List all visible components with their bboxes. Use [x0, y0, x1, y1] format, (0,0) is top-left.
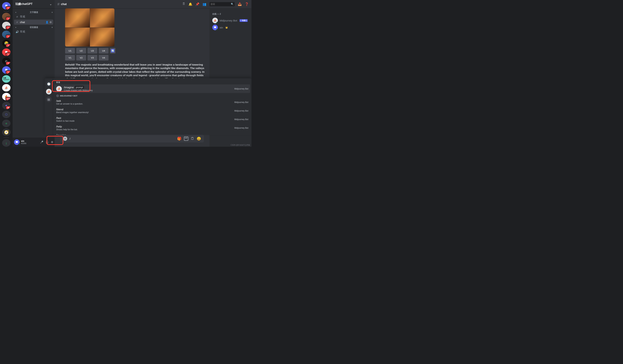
- badge: 1: [6, 35, 10, 38]
- member-item[interactable]: ⛵ Midjourney Bot ✓ 机器人: [211, 17, 250, 24]
- app-avatar: ⛵: [56, 86, 62, 92]
- attach-button[interactable]: ＋: [63, 137, 67, 141]
- variation-row: V1 V2 V3 V4: [65, 55, 207, 61]
- server-item[interactable]: ◎2: [2, 57, 10, 65]
- u2-button[interactable]: U2: [76, 48, 86, 54]
- ac-command: /imagine: [64, 86, 74, 89]
- v4-button[interactable]: V4: [99, 55, 109, 61]
- badge: 1: [6, 26, 10, 29]
- invite-icon[interactable]: 👤: [45, 21, 48, 24]
- ac-desc: Switch to fast mode: [56, 120, 232, 122]
- status-dot: [217, 29, 218, 31]
- ac-source: Midjourney Bot: [234, 110, 248, 112]
- category-voice[interactable]: 语音频道＋: [13, 25, 55, 29]
- badge: 1: [6, 17, 10, 20]
- server-item[interactable]: 1: [2, 48, 10, 56]
- search-input[interactable]: [211, 3, 231, 5]
- ac-builtins-icon[interactable]: ▤: [46, 97, 52, 102]
- v2-button[interactable]: V2: [76, 55, 86, 61]
- user-info[interactable]: xin #2255: [21, 140, 39, 144]
- badge: 1: [6, 70, 10, 74]
- gear-icon[interactable]: ⚙: [49, 21, 52, 24]
- badge: 2: [6, 61, 10, 65]
- channel-item-chat[interactable]: #chat👤⚙: [14, 20, 53, 25]
- ac-item[interactable]: /fastSwitch to fast modeMidjourney Bot: [54, 115, 250, 124]
- add-channel-icon[interactable]: ＋: [51, 26, 53, 29]
- dm-button[interactable]: 1: [2, 2, 10, 10]
- server-item[interactable]: 🔥177: [2, 93, 10, 100]
- gift-icon[interactable]: 🎁: [177, 137, 181, 141]
- ac-item[interactable]: /helpShows help for the bot.Midjourney B…: [54, 124, 250, 132]
- hash-icon: #: [15, 21, 19, 24]
- ac-command: /fast: [56, 117, 61, 120]
- ac-item[interactable]: /askGet an answer to a question.Midjourn…: [54, 98, 250, 106]
- server-item[interactable]: ⛵: [2, 84, 10, 92]
- ac-command: /help: [56, 125, 62, 128]
- search-box[interactable]: 🔍: [209, 2, 235, 6]
- badge: 1: [6, 43, 10, 47]
- server-item[interactable]: 1: [2, 31, 10, 38]
- inbox-icon[interactable]: 📥: [238, 2, 242, 6]
- server-item[interactable]: 1: [2, 66, 10, 74]
- add-channel-icon[interactable]: ＋: [51, 11, 53, 14]
- message-input[interactable]: [70, 137, 175, 140]
- u1-button[interactable]: U1: [65, 48, 75, 54]
- server-item[interactable]: 1: [2, 22, 10, 29]
- ac-recent-icon[interactable]: 🕐: [46, 81, 52, 87]
- server-name: 玩赚chatGPT: [15, 2, 33, 6]
- server-item[interactable]: ⬡: [2, 111, 10, 118]
- u4-button[interactable]: U4: [99, 48, 109, 54]
- server-item[interactable]: 1: [2, 13, 10, 20]
- ac-item-imagine-frequent[interactable]: ⛵ /imagineprompt Create images with Midj…: [54, 84, 250, 93]
- command-autocomplete: 🕐 ⛵ ▤ 常用 ⛵ /imagineprompt Create images …: [45, 78, 251, 135]
- midjourney-image-grid[interactable]: [65, 8, 114, 46]
- gif-icon[interactable]: GIF: [184, 137, 188, 141]
- avatar: [212, 25, 218, 30]
- u3-button[interactable]: U3: [88, 48, 97, 54]
- category-text[interactable]: 文字频道＋: [13, 10, 55, 14]
- emoji-icon[interactable]: 😀: [197, 137, 201, 141]
- explore-button[interactable]: 🧭: [2, 128, 10, 136]
- ac-app-rail: 🕐 ⛵ ▤: [45, 78, 53, 135]
- reroll-button[interactable]: 🔄: [110, 48, 115, 54]
- server-rail: 1 1 1 1 😂1 1 ◎2 1 玩赚chatGPT ⛵ 🔥177 ◆35 ⬡…: [0, 0, 13, 147]
- avatar[interactable]: [14, 139, 20, 145]
- server-header[interactable]: 玩赚chatGPT ⌄: [13, 0, 55, 8]
- badge: 35: [6, 106, 10, 109]
- ac-list: 常用 ⛵ /imagineprompt Create images with M…: [53, 78, 251, 135]
- ac-desc: Shows help for the bot.: [56, 128, 232, 131]
- message-input-bar: ＋ 🎁 GIF 🗒 😀: [60, 135, 204, 142]
- server-item[interactable]: 😂1: [2, 40, 10, 47]
- help-icon[interactable]: ❓: [245, 2, 249, 6]
- server-item[interactable]: ◆35: [2, 102, 10, 109]
- channel-item[interactable]: #常规: [14, 14, 53, 20]
- settings-icon[interactable]: ⚙: [51, 141, 53, 144]
- member-item[interactable]: xin 👑: [211, 24, 250, 31]
- sticker-icon[interactable]: 🗒: [191, 137, 194, 141]
- badge: 177: [5, 97, 10, 100]
- voice-channel-item[interactable]: 🔊常规: [14, 29, 53, 34]
- download-button[interactable]: ↓: [2, 139, 10, 147]
- mute-icon[interactable]: 🎤: [40, 141, 44, 144]
- ac-item[interactable]: /imagineCreate images with MidjourneyMid…: [54, 132, 250, 135]
- ac-item[interactable]: /blendBlend images together seamlessly!M…: [54, 106, 250, 115]
- owner-crown-icon: 👑: [225, 26, 228, 29]
- v3-button[interactable]: V3: [88, 55, 97, 61]
- refresh-icon: 🔄: [111, 49, 114, 52]
- ac-desc: Blend images together seamlessly!: [56, 111, 232, 114]
- pinned-icon[interactable]: 📌: [196, 2, 199, 6]
- user-panel: xin #2255 🎤 🎧 ⚙: [13, 138, 55, 147]
- ac-command: /ask: [56, 99, 61, 102]
- status-dot: [217, 22, 218, 24]
- ac-app-midjourney[interactable]: ⛵: [46, 89, 52, 94]
- server-item[interactable]: 玩赚chatGPT: [2, 75, 10, 83]
- members-icon[interactable]: 👥: [202, 2, 206, 6]
- add-server-button[interactable]: ＋: [2, 120, 10, 127]
- deafen-icon[interactable]: 🎧: [45, 141, 49, 144]
- ac-desc: Get an answer to a question.: [56, 103, 232, 105]
- username: xin: [21, 140, 39, 142]
- v1-button[interactable]: V1: [65, 55, 75, 61]
- notifications-icon[interactable]: 🔔: [188, 2, 192, 6]
- grid-image: [65, 8, 90, 27]
- threads-icon[interactable]: [182, 2, 185, 6]
